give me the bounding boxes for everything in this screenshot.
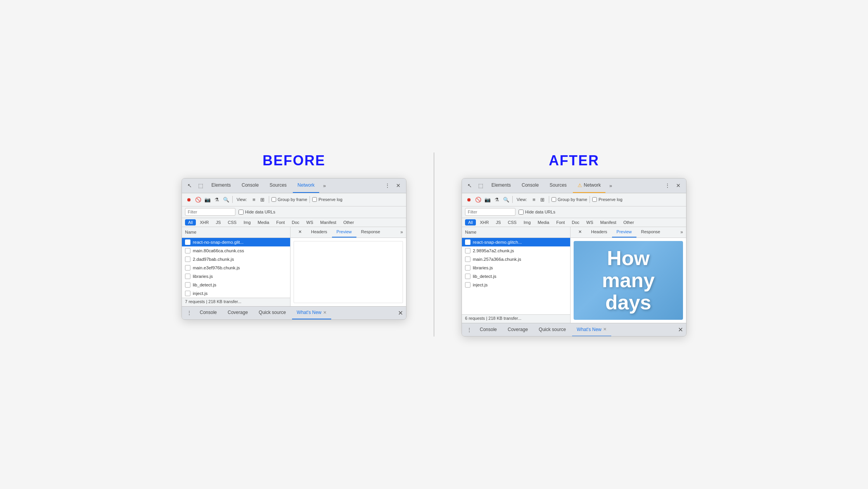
after-panel-tab-response[interactable]: Response: [636, 227, 665, 238]
before-tab-sources[interactable]: Sources: [265, 178, 291, 193]
after-preserve-log[interactable]: Preserve log: [592, 197, 622, 202]
before-file-0[interactable]: react-no-snap-demo.glit...: [182, 238, 290, 246]
before-whatsnew-close[interactable]: ✕: [323, 310, 327, 315]
after-bottom-coverage[interactable]: Coverage: [503, 323, 533, 336]
before-inspect-icon[interactable]: ⬚: [196, 181, 205, 190]
after-close-icon[interactable]: ✕: [674, 181, 683, 190]
before-bottom-console[interactable]: Console: [195, 306, 221, 319]
after-block-btn[interactable]: 🚫: [474, 196, 482, 203]
after-filter-css[interactable]: CSS: [505, 219, 520, 225]
before-file-4[interactable]: libraries.js: [182, 272, 290, 281]
before-panel-tab-response[interactable]: Response: [356, 227, 385, 238]
before-filter-input[interactable]: [185, 208, 235, 216]
before-tabs-more[interactable]: »: [321, 183, 328, 189]
before-record-btn[interactable]: ⏺: [185, 196, 193, 203]
after-panel-tab-headers[interactable]: Headers: [586, 227, 612, 238]
after-tab-elements[interactable]: Elements: [487, 178, 515, 193]
before-filter-img[interactable]: Img: [240, 219, 254, 225]
after-filter-other[interactable]: Other: [620, 219, 637, 225]
before-search-btn[interactable]: 🔍: [222, 196, 230, 203]
after-file-0[interactable]: react-snap-demo.glitch...: [462, 238, 570, 246]
after-filter-ws[interactable]: WS: [583, 219, 597, 225]
before-filter-other[interactable]: Other: [340, 219, 357, 225]
after-preserve-log-check[interactable]: [592, 197, 597, 202]
before-panel-tab-headers[interactable]: Headers: [306, 227, 332, 238]
after-view-compact-btn[interactable]: ⊞: [539, 196, 546, 203]
after-record-btn[interactable]: ⏺: [465, 196, 473, 203]
before-filter-xhr[interactable]: XHR: [197, 219, 212, 225]
before-preserve-log[interactable]: Preserve log: [312, 197, 342, 202]
after-bottom-menu[interactable]: ⋮: [465, 327, 474, 333]
before-panel-tab-close[interactable]: ✕: [294, 227, 306, 238]
before-bottom-coverage[interactable]: Coverage: [223, 306, 252, 319]
after-tab-console[interactable]: Console: [517, 178, 543, 193]
after-hide-data-check[interactable]: [519, 210, 524, 215]
after-group-frame-check[interactable]: [552, 197, 556, 202]
after-bottom-quicksource[interactable]: Quick source: [534, 323, 571, 336]
after-view-list-btn[interactable]: ≡: [530, 196, 538, 203]
after-panel-tab-preview[interactable]: Preview: [612, 227, 636, 238]
after-filter-doc[interactable]: Doc: [569, 219, 583, 225]
after-bottom-close[interactable]: ✕: [678, 326, 683, 333]
before-more-vert-icon[interactable]: ⋮: [383, 181, 392, 190]
after-cursor-icon[interactable]: ↖: [465, 181, 474, 190]
before-bottom-quicksource[interactable]: Quick source: [254, 306, 290, 319]
before-filter-ws[interactable]: WS: [303, 219, 316, 225]
before-tab-network[interactable]: Network: [293, 178, 319, 193]
before-bottom-menu[interactable]: ⋮: [185, 310, 194, 316]
after-file-1[interactable]: 2.9895a7a2.chunk.js: [462, 246, 570, 255]
before-bottom-close[interactable]: ✕: [398, 309, 403, 317]
before-block-btn[interactable]: 🚫: [194, 196, 202, 203]
after-file-5[interactable]: inject.js: [462, 281, 570, 289]
before-view-compact-btn[interactable]: ⊞: [259, 196, 266, 203]
after-filter-img[interactable]: Img: [520, 219, 534, 225]
after-tabs-more[interactable]: »: [607, 183, 614, 189]
before-tab-console[interactable]: Console: [237, 178, 263, 193]
after-filter-input[interactable]: [465, 208, 515, 216]
before-tab-elements[interactable]: Elements: [207, 178, 235, 193]
after-file-3[interactable]: libraries.js: [462, 264, 570, 272]
after-bottom-whatsnew[interactable]: What's New ✕: [572, 323, 611, 336]
before-panel-tabs-more[interactable]: »: [400, 229, 403, 235]
before-hide-data-check[interactable]: [239, 210, 244, 215]
before-cursor-icon[interactable]: ↖: [185, 181, 194, 190]
before-filter-manifest[interactable]: Manifest: [317, 219, 340, 225]
after-inspect-icon[interactable]: ⬚: [476, 181, 485, 190]
after-filter-btn[interactable]: ⚗: [493, 196, 501, 203]
before-filter-doc[interactable]: Doc: [289, 219, 303, 225]
before-filter-all[interactable]: All: [185, 219, 196, 225]
after-whatsnew-close[interactable]: ✕: [603, 327, 607, 332]
before-filter-font[interactable]: Font: [273, 219, 288, 225]
after-hide-data-urls[interactable]: Hide data URLs: [519, 210, 555, 215]
before-group-frame-check[interactable]: [271, 197, 276, 202]
before-panel-tab-preview[interactable]: Preview: [332, 227, 356, 238]
after-more-vert-icon[interactable]: ⋮: [663, 181, 672, 190]
before-filter-js[interactable]: JS: [213, 219, 224, 225]
after-filter-media[interactable]: Media: [534, 219, 552, 225]
before-file-3[interactable]: main.e3ef976b.chunk.js: [182, 264, 290, 272]
after-tab-sources[interactable]: Sources: [545, 178, 571, 193]
after-filter-font[interactable]: Font: [553, 219, 568, 225]
before-camera-btn[interactable]: 📷: [204, 196, 211, 203]
after-filter-all[interactable]: All: [465, 219, 476, 225]
before-hide-data-urls[interactable]: Hide data URLs: [239, 210, 275, 215]
before-file-2[interactable]: 2.dad97bab.chunk.js: [182, 255, 290, 264]
after-panel-tabs-more[interactable]: »: [680, 229, 683, 235]
after-bottom-console[interactable]: Console: [475, 323, 501, 336]
before-filter-btn[interactable]: ⚗: [213, 196, 221, 203]
after-search-btn[interactable]: 🔍: [502, 196, 510, 203]
after-filter-xhr[interactable]: XHR: [477, 219, 492, 225]
before-filter-media[interactable]: Media: [254, 219, 272, 225]
before-bottom-whatsnew[interactable]: What's New ✕: [292, 306, 331, 319]
after-file-2[interactable]: main.257a366a.chunk.js: [462, 255, 570, 264]
before-view-list-btn[interactable]: ≡: [250, 196, 258, 203]
before-close-icon[interactable]: ✕: [394, 181, 403, 190]
before-filter-css[interactable]: CSS: [225, 219, 240, 225]
before-preserve-log-check[interactable]: [312, 197, 317, 202]
before-file-5[interactable]: lib_detect.js: [182, 281, 290, 289]
after-group-by-frame[interactable]: Group by frame: [552, 197, 587, 202]
before-file-6[interactable]: inject.js: [182, 289, 290, 298]
after-tab-network[interactable]: ⚠ Network: [573, 178, 605, 193]
after-camera-btn[interactable]: 📷: [484, 196, 491, 203]
after-filter-js[interactable]: JS: [493, 219, 504, 225]
